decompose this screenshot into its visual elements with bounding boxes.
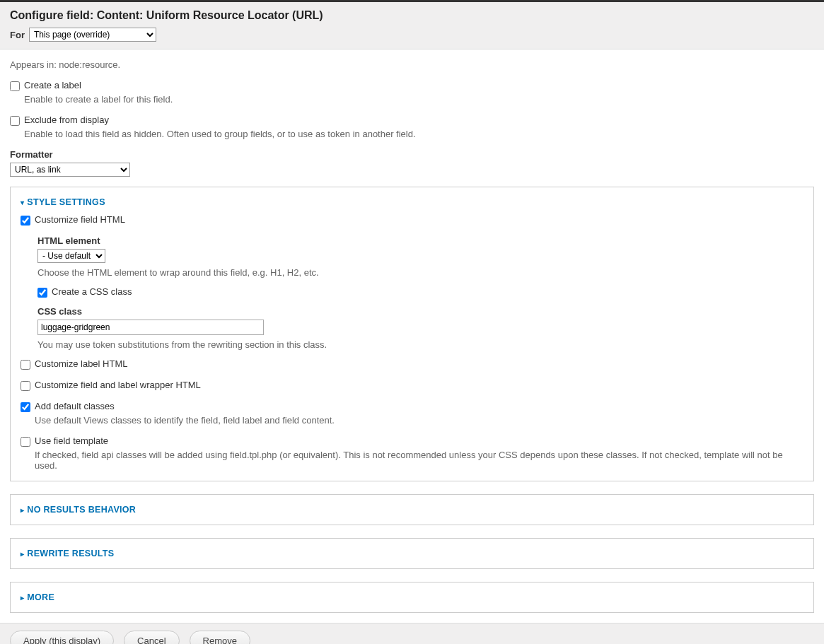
use-field-template-desc: If checked, field api classes will be ad… [35, 450, 803, 471]
create-css-class-text: Create a CSS class [52, 286, 132, 297]
rewrite-results-legend-text: Rewrite Results [27, 549, 114, 558]
customize-label-html-row: Customize label HTML [21, 358, 803, 370]
remove-button[interactable]: Remove [190, 631, 250, 644]
rewrite-results-fieldset: ▸ Rewrite Results [10, 538, 814, 569]
customize-field-html-row: Customize field HTML [21, 214, 803, 226]
exclude-display-text: Exclude from display [24, 115, 109, 125]
more-fieldset: ▸ More [10, 582, 814, 613]
more-legend[interactable]: ▸ More [21, 592, 803, 602]
cancel-button[interactable]: Cancel [124, 631, 179, 644]
apply-button[interactable]: Apply (this display) [10, 631, 114, 644]
formatter-select[interactable]: URL, as link [10, 163, 130, 177]
chevron-right-icon: ▸ [21, 594, 24, 602]
for-select[interactable]: This page (override) [29, 28, 156, 42]
style-settings-legend-text: Style Settings [27, 197, 105, 207]
add-default-classes-row: Add default classes Use default Views cl… [21, 401, 803, 426]
add-default-classes-text: Add default classes [35, 401, 115, 411]
html-element-select[interactable]: - Use default - [37, 249, 105, 263]
css-class-block: CSS class You may use token substitution… [37, 306, 803, 350]
use-field-template-row: Use field template If checked, field api… [21, 435, 803, 471]
exclude-display-checkbox[interactable] [10, 116, 20, 126]
exclude-display-row: Exclude from display Enable to load this… [10, 115, 814, 139]
dialog-container: Configure field: Content: Uniform Resour… [0, 0, 824, 644]
rewrite-results-legend[interactable]: ▸ Rewrite Results [21, 549, 803, 558]
html-element-label: HTML element [37, 235, 803, 246]
html-element-desc: Choose the HTML element to wrap around t… [37, 267, 803, 278]
add-default-classes-checkbox[interactable] [21, 402, 30, 412]
chevron-down-icon: ▾ [21, 199, 24, 206]
html-element-block: HTML element - Use default - Choose the … [37, 235, 803, 278]
create-label-row: Create a label Enable to create a label … [10, 80, 814, 105]
css-class-desc: You may use token substitutions from the… [37, 339, 803, 350]
customize-wrapper-html-text: Customize field and label wrapper HTML [35, 380, 201, 390]
no-results-legend-text: No Results Behavior [27, 505, 136, 515]
main-content: Appears in: node:resource. Create a labe… [0, 49, 824, 623]
add-default-classes-desc: Use default Views classes to identify th… [35, 415, 803, 426]
create-label-text: Create a label [24, 80, 81, 90]
css-class-input[interactable] [37, 320, 264, 335]
customize-label-html-checkbox[interactable] [21, 360, 30, 370]
customize-field-html-text: Customize field HTML [35, 214, 125, 225]
no-results-fieldset: ▸ No Results Behavior [10, 494, 814, 525]
chevron-right-icon: ▸ [21, 550, 24, 558]
formatter-row: Formatter URL, as link [10, 149, 814, 177]
create-label-desc: Enable to create a label for this field. [24, 94, 814, 105]
style-settings-fieldset: ▾ Style Settings Customize field HTML HT… [10, 187, 814, 481]
style-settings-legend[interactable]: ▾ Style Settings [21, 197, 803, 207]
more-legend-text: More [27, 592, 54, 602]
use-field-template-text: Use field template [35, 435, 108, 446]
dialog-title: Configure field: Content: Uniform Resour… [10, 9, 814, 22]
customize-field-html-checkbox[interactable] [21, 216, 30, 226]
customize-wrapper-html-checkbox[interactable] [21, 381, 30, 391]
formatter-label: Formatter [10, 149, 814, 160]
appears-in-text: Appears in: node:resource. [10, 59, 814, 70]
create-css-class-row: Create a CSS class [37, 286, 803, 298]
css-class-label: CSS class [37, 306, 803, 317]
exclude-display-desc: Enable to load this field as hidden. Oft… [24, 129, 814, 139]
create-label-checkbox[interactable] [10, 81, 20, 91]
use-field-template-checkbox[interactable] [21, 437, 30, 447]
chevron-right-icon: ▸ [21, 506, 24, 514]
for-row: For This page (override) [10, 28, 814, 42]
create-css-class-checkbox[interactable] [37, 288, 47, 298]
no-results-legend[interactable]: ▸ No Results Behavior [21, 505, 803, 515]
customize-label-html-text: Customize label HTML [35, 358, 128, 369]
style-settings-body: Customize field HTML HTML element - Use … [21, 214, 803, 471]
for-label: For [10, 30, 25, 40]
customize-wrapper-html-row: Customize field and label wrapper HTML [21, 380, 803, 391]
button-bar: Apply (this display) Cancel Remove [0, 623, 824, 644]
dialog-header: Configure field: Content: Uniform Resour… [0, 2, 824, 49]
